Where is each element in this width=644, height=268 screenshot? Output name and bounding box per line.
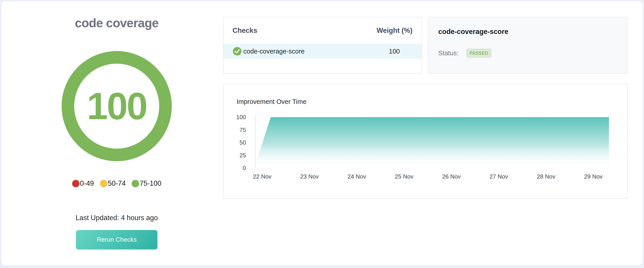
svg-text:23 Nov: 23 Nov <box>300 173 319 180</box>
svg-text:25: 25 <box>240 152 246 159</box>
status-panel-title: code-coverage-score <box>438 28 508 36</box>
rerun-checks-button[interactable]: Rerun Checks <box>76 230 158 249</box>
status-badge: PASSED <box>466 48 492 58</box>
check-row[interactable]: code-coverage-score 100 <box>224 44 422 59</box>
chart-card: Improvement Over Time 025507510022 Nov23… <box>223 84 628 199</box>
legend-item-low: 0-49 <box>72 180 94 188</box>
legend-label: 75-100 <box>140 180 162 188</box>
svg-text:26 Nov: 26 Nov <box>442 173 460 180</box>
status-label: Status: <box>438 50 458 57</box>
page-title: code coverage <box>75 16 158 30</box>
svg-text:27 Nov: 27 Nov <box>490 173 508 180</box>
svg-text:50: 50 <box>240 139 246 146</box>
legend-label: 0-49 <box>80 180 94 188</box>
score-value: 100 <box>87 87 146 125</box>
status-row: Status: PASSED <box>438 48 492 58</box>
svg-text:22 Nov: 22 Nov <box>253 173 272 180</box>
amber-dot-icon <box>100 180 108 187</box>
score-summary-panel: code coverage 100 0-49 50-74 75-100 Last… <box>1 1 232 265</box>
svg-text:28 Nov: 28 Nov <box>537 173 555 180</box>
check-name: code-coverage-score <box>243 48 389 55</box>
green-dot-icon <box>132 180 139 187</box>
red-dot-icon <box>72 180 80 187</box>
last-updated-text: Last Updated: 4 hours ago <box>76 214 158 222</box>
svg-text:24 Nov: 24 Nov <box>348 173 366 180</box>
dashboard-card: code coverage 100 0-49 50-74 75-100 Last… <box>1 1 643 265</box>
svg-text:75: 75 <box>240 126 246 133</box>
svg-text:0: 0 <box>243 164 246 171</box>
weight-column-header: Weight (%) <box>376 26 412 34</box>
svg-text:29 Nov: 29 Nov <box>584 173 603 180</box>
checks-table-header: Checks Weight (%) <box>224 17 422 44</box>
checks-table-card: Checks Weight (%) code-coverage-score 10… <box>223 17 422 74</box>
svg-text:100: 100 <box>236 114 246 120</box>
improvement-chart: 025507510022 Nov23 Nov24 Nov25 Nov26 Nov… <box>224 84 627 198</box>
score-gauge: 100 <box>62 51 172 161</box>
check-circle-icon <box>233 47 242 56</box>
check-weight: 100 <box>389 48 400 55</box>
legend-label: 50-74 <box>108 180 126 188</box>
score-legend: 0-49 50-74 75-100 <box>72 180 162 188</box>
checks-column-header: Checks <box>232 26 257 34</box>
legend-item-high: 75-100 <box>132 180 162 188</box>
status-panel: code-coverage-score Status: PASSED <box>428 17 628 74</box>
legend-item-mid: 50-74 <box>100 180 126 188</box>
svg-text:25 Nov: 25 Nov <box>395 173 413 180</box>
